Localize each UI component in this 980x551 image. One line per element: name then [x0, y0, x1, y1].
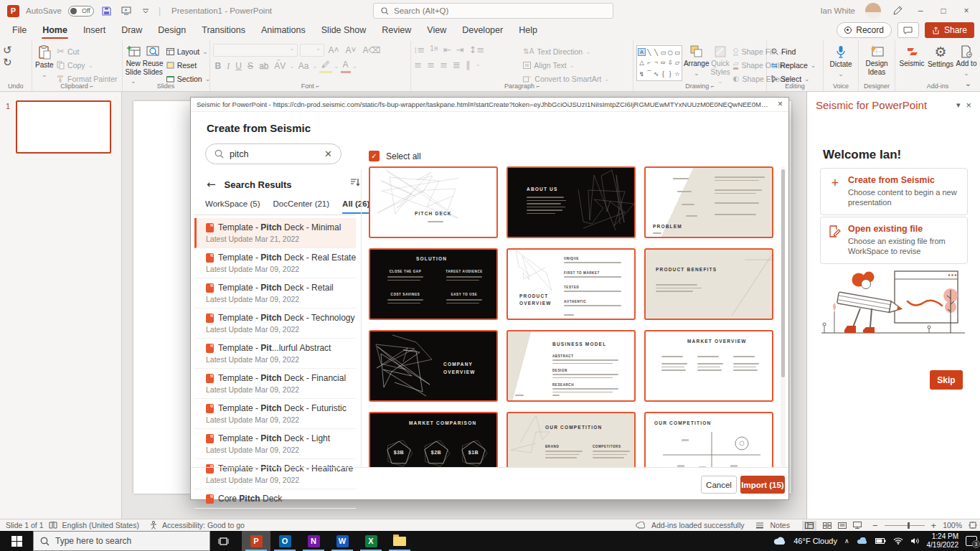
results-tab-workspace[interactable]: WorkSpace (5)	[205, 199, 260, 214]
maximize-button[interactable]: □	[937, 6, 950, 16]
search-result-item-5[interactable]: Template - Pit...lurful AbstractLatest U…	[194, 339, 356, 369]
quick-styles-button[interactable]: Quick Styles⌄	[710, 44, 730, 85]
bold-button[interactable]: B	[213, 60, 224, 72]
template-thumbnail-2[interactable]: ABOUT US	[507, 166, 636, 238]
shrink-font-button[interactable]: A˅	[344, 44, 359, 57]
share-button[interactable]: Share	[925, 22, 974, 38]
task-pane-menu-icon[interactable]: ▾	[956, 100, 961, 110]
taskbar-app-powerpoint[interactable]: P	[242, 531, 270, 551]
taskbar-app-onenote[interactable]: N	[299, 531, 328, 551]
template-thumbnail-10[interactable]: MARKET COMPARISON$3B$2B$1B	[369, 412, 498, 467]
design-ideas-button[interactable]: Design Ideas	[862, 44, 892, 76]
search-result-item-1[interactable]: Template - Pitch Deck - MinimalLatest Up…	[194, 218, 356, 248]
justify-icon[interactable]: ≣	[453, 60, 461, 70]
slide-1-thumbnail[interactable]	[16, 100, 111, 154]
office-search-box[interactable]: Search (Alt+Q)	[373, 3, 613, 19]
accessibility-status[interactable]: Accessibility: Good to go	[162, 521, 245, 529]
search-result-item-6[interactable]: Template - Pitch Deck - FinancialLatest …	[194, 369, 356, 399]
template-thumbnail-11[interactable]: OUR COMPETITIONBRANDCOMPETITORS	[507, 412, 636, 467]
zoom-slider[interactable]	[885, 525, 925, 526]
grow-font-button[interactable]: A˄	[326, 44, 341, 57]
highlight-color-button[interactable]: 🖉	[319, 58, 332, 73]
slide-sorter-view-icon[interactable]	[823, 522, 831, 529]
columns-icon[interactable]: ∥	[466, 60, 471, 70]
search-result-item-7[interactable]: Template - Pitch Deck - FuturisticLatest…	[194, 399, 356, 429]
notes-toggle[interactable]: Notes	[771, 521, 790, 529]
taskbar-app-explorer[interactable]	[385, 531, 414, 551]
taskbar-app-excel[interactable]: X	[357, 531, 385, 551]
grid-scrollbar[interactable]	[781, 166, 786, 467]
create-from-seismic-card[interactable]: + Create from Seismic Choose content to …	[820, 168, 968, 215]
taskbar-app-word[interactable]: W	[328, 531, 357, 551]
layout-button[interactable]: Layout⌄	[165, 45, 212, 57]
add-to-button[interactable]: Add to⌄	[956, 44, 977, 77]
ribbon-tab-help[interactable]: Help	[511, 22, 545, 39]
customize-quick-access-icon[interactable]	[139, 5, 152, 17]
template-thumbnail-3[interactable]: PROBLEM	[644, 166, 773, 238]
undo-icon[interactable]: ↺	[3, 45, 12, 56]
notification-center-icon[interactable]: 3	[966, 536, 977, 546]
zoom-out-button[interactable]: −	[872, 520, 878, 531]
copy-button[interactable]: Copy⌄	[55, 59, 118, 71]
ribbon-tab-design[interactable]: Design	[150, 22, 194, 39]
ribbon-tab-view[interactable]: View	[419, 22, 454, 39]
reset-button[interactable]: Reset	[165, 59, 212, 71]
bullets-icon[interactable]: ⁝≡	[414, 45, 425, 55]
ribbon-tab-developer[interactable]: Developer	[454, 22, 511, 39]
wifi-icon[interactable]	[893, 537, 903, 545]
cut-button[interactable]: ✂Cut	[55, 45, 118, 57]
search-result-item-10[interactable]: Core Pitch Deck	[194, 489, 356, 509]
cancel-button[interactable]: Cancel	[701, 476, 737, 494]
start-presentation-icon[interactable]	[120, 5, 133, 17]
dictate-button[interactable]: Dictate⌄	[826, 44, 855, 77]
select-all-checkbox[interactable]: ✓ Select all	[369, 151, 421, 161]
template-thumbnail-8[interactable]: BUSINESS MODELABSTRACTDESIGNRESEARCH	[507, 330, 636, 402]
font-name-select[interactable]	[213, 44, 298, 57]
font-color-button[interactable]: A	[341, 58, 351, 73]
arrange-button[interactable]: Arrange⌄	[684, 44, 710, 77]
ribbon-tab-draw[interactable]: Draw	[113, 22, 150, 39]
italic-button[interactable]: I	[225, 60, 232, 72]
dialog-search-input[interactable]: pitch ✕	[205, 143, 341, 164]
align-right-icon[interactable]: ≡	[440, 60, 448, 70]
shapes-gallery[interactable]: A╲╲▭○▭ △⌐¬⇨⇩▱ ↯⌒∿{}☆	[636, 45, 682, 81]
reading-view-icon[interactable]	[838, 522, 847, 529]
ribbon-tab-home[interactable]: Home	[34, 22, 75, 39]
normal-view-icon[interactable]	[802, 521, 816, 530]
user-name[interactable]: Ian White	[820, 6, 855, 15]
ribbon-tab-animations[interactable]: Animations	[253, 22, 314, 39]
reuse-slides-button[interactable]: Reuse Slides	[143, 44, 164, 76]
language-indicator[interactable]: English (United States)	[62, 521, 139, 529]
tray-expand-icon[interactable]: ∧	[844, 537, 849, 545]
taskbar-search-input[interactable]: Type here to search	[33, 531, 210, 551]
close-button[interactable]: ×	[960, 6, 973, 16]
clear-formatting-button[interactable]: A⌫	[361, 44, 383, 57]
notes-icon[interactable]	[755, 522, 764, 529]
zoom-in-button[interactable]: +	[931, 520, 937, 531]
template-thumbnail-5[interactable]: PRODUCT OVERVIEWUNIQUEFIRST TO MARKETTES…	[507, 248, 636, 320]
increase-indent-icon[interactable]: ⇥	[456, 45, 464, 55]
align-left-icon[interactable]: ≡	[414, 60, 422, 70]
volume-icon[interactable]	[910, 537, 920, 545]
align-center-icon[interactable]: ≡	[427, 60, 435, 70]
onedrive-icon[interactable]	[857, 537, 868, 545]
align-text-button[interactable]: Align Text⌄	[522, 59, 611, 71]
paste-button[interactable]: Paste⌄	[35, 44, 55, 78]
avatar[interactable]	[865, 3, 881, 19]
search-result-item-8[interactable]: Template - Pitch Deck - LightLatest Upda…	[194, 429, 356, 459]
ribbon-tab-slide-show[interactable]: Slide Show	[314, 22, 374, 39]
import-button[interactable]: Import (15)	[740, 476, 785, 494]
template-thumbnail-7[interactable]: COMPANY OVERVIEW	[369, 330, 498, 402]
slide-indicator[interactable]: Slide 1 of 1	[6, 521, 44, 529]
autosave-toggle[interactable]: Off	[68, 6, 94, 17]
collapse-ribbon-icon[interactable]: ⌄	[965, 79, 971, 88]
open-existing-file-card[interactable]: Open existing file Choose an existing fi…	[820, 217, 968, 264]
skip-button[interactable]: Skip	[930, 370, 963, 390]
strikethrough-button[interactable]: S	[245, 60, 255, 72]
decrease-indent-icon[interactable]: ⇤	[443, 45, 451, 55]
back-arrow-icon[interactable]: ←	[207, 178, 216, 191]
replace-button[interactable]: ⇆Replace⌄	[770, 59, 817, 71]
results-tab-doccenter[interactable]: DocCenter (21)	[273, 199, 329, 214]
ribbon-tab-review[interactable]: Review	[374, 22, 419, 39]
ribbon-tab-insert[interactable]: Insert	[75, 22, 113, 39]
